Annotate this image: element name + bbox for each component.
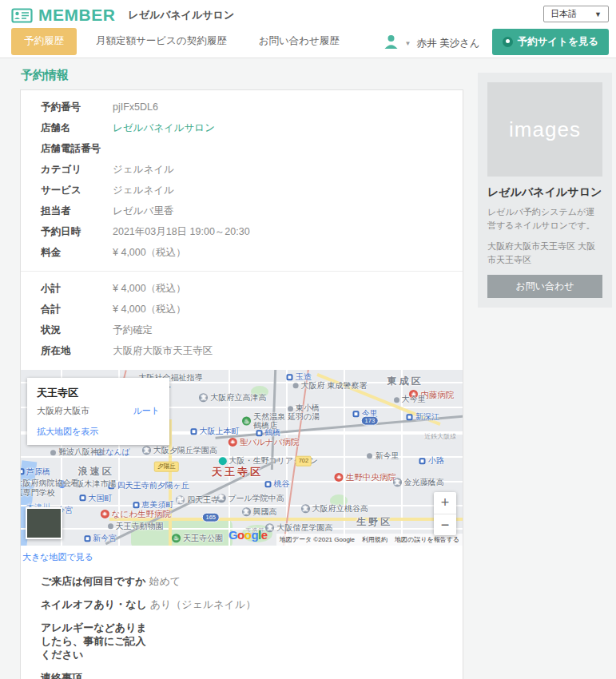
field-row: 担当者レゼルバ里香 <box>21 201 463 222</box>
map-label: 文プール学院中高 <box>217 494 284 503</box>
map-road-shape <box>21 505 463 506</box>
attribution-data: 地図データ ©2021 Google <box>280 535 355 544</box>
view-site-button[interactable]: 予約サイトを見る <box>492 29 609 55</box>
map-label-text: 大阪偕星学園高 <box>276 523 332 533</box>
field-value: 大阪府大阪市天王寺区 <box>113 345 213 357</box>
report-map-error-link[interactable]: 地図の誤りを報告する <box>395 535 459 544</box>
map-label-text: 大今里 <box>402 395 426 405</box>
station-pin-icon <box>407 414 413 420</box>
poi-pin-icon <box>293 383 299 388</box>
map-label-text: 金光藤蔭高 <box>404 478 444 487</box>
user-avatar-icon <box>383 34 399 54</box>
field-value: ¥ 4,000（税込） <box>113 247 186 259</box>
field-value: ¥ 4,000（税込） <box>113 283 186 295</box>
reservation-totals: 小計¥ 4,000（税込）合計¥ 4,000（税込）状況予約確定所在地大阪府大阪… <box>21 279 463 362</box>
question-label: 連絡事項 <box>41 672 82 679</box>
map-label-text: 新今宮 <box>93 534 117 543</box>
map-label: 大阪府 東成警察署 <box>293 381 368 391</box>
hospital-pin-icon: + <box>101 510 109 518</box>
map-label-text: 大阪上本町 <box>200 427 240 436</box>
map-label: 702 <box>296 456 312 467</box>
school-pin-icon: 文 <box>393 478 402 486</box>
tab[interactable]: お問い合わせ履歴 <box>246 28 352 55</box>
station-pin-icon <box>191 428 197 435</box>
field-label: 状況 <box>41 324 113 336</box>
field-value: pjIFx5DL6 <box>113 101 158 113</box>
map-label-text: 桃谷 <box>273 479 289 489</box>
brand-logo[interactable]: MEMBER <box>11 6 115 25</box>
map-label-text: なにわ生野病院 <box>112 509 171 518</box>
field-label: 担当者 <box>41 205 113 217</box>
tab[interactable]: 予約履歴 <box>11 28 77 55</box>
tab[interactable]: 月額定額サービスの契約履歴 <box>83 28 240 55</box>
shop-name: レゼルバネイルサロン <box>487 185 602 200</box>
map-label-text: 浪速区 <box>78 467 114 478</box>
map-label-text: 興國高 <box>253 507 277 517</box>
field-value: 予約確定 <box>113 324 153 336</box>
map-label-text: 小路 <box>428 457 444 467</box>
field-row: 店舗電話番号 <box>21 139 463 160</box>
map-label-text: 四天王寺 <box>187 495 219 505</box>
page: MEMBER レゼルバネイルサロン 日本語 ▼ 予約履歴月額定額サービスの契約履… <box>0 0 616 679</box>
school-pin-icon: 文 <box>142 447 151 455</box>
map-label-text: 天王寺動物園 <box>116 522 164 531</box>
language-selector[interactable]: 日本語 ▼ <box>543 6 609 22</box>
member-card-icon <box>11 8 33 23</box>
field-value: ジェルネイル <box>113 164 174 176</box>
map-info-window: 天王寺区 大阪府大阪市 ルート 拡大地図を表示 <box>27 378 169 445</box>
field-label: 店舗名 <box>41 122 113 134</box>
field-row: 状況予約確定 <box>21 320 463 341</box>
terms-link[interactable]: 利用規約 <box>362 535 387 544</box>
map-label: 天王寺動物園 <box>108 522 164 531</box>
map-label: ♨天然温泉 延羽の湯 鶴橋店 <box>242 411 320 430</box>
field-value[interactable]: レゼルバネイルサロン <box>113 122 215 134</box>
field-value: レゼルバ里香 <box>113 205 173 217</box>
enlarge-map-link[interactable]: 拡大地図を表示 <box>37 426 98 438</box>
question-value: あり（ジェルネイル） <box>150 598 256 610</box>
zoom-out-button[interactable]: − <box>434 514 456 535</box>
map-label: 新深江 <box>407 413 439 423</box>
language-label: 日本語 <box>550 8 577 20</box>
map-label: 大国町 <box>80 494 113 503</box>
map-label: 天王寺区 <box>212 466 263 478</box>
question-label: アレルギーなどありましたら、事前にご記入ください <box>41 621 151 661</box>
station-pin-icon <box>264 481 271 487</box>
map-label-text: 玉造 <box>296 372 312 382</box>
map-label: 卍四天王寺 <box>176 495 219 505</box>
question-label: ネイルオフあり・なし <box>41 598 147 610</box>
school-pin-icon: 文 <box>242 508 251 517</box>
poi-pin-icon <box>394 397 399 403</box>
contact-button[interactable]: お問い合わせ <box>487 275 602 298</box>
info-window-subtitle: 大阪府大阪市 <box>37 405 89 417</box>
view-larger-map-link[interactable]: 大きな地図で見る <box>22 551 93 563</box>
header: MEMBER レゼルバネイルサロン 日本語 ▼ 予約履歴月額定額サービスの契約履… <box>0 0 616 58</box>
map-label-text: 新深江 <box>415 413 439 423</box>
shop-image-placeholder: images <box>487 82 602 177</box>
question-row: アレルギーなどありましたら、事前にご記入ください <box>21 616 463 666</box>
shop-image-text: images <box>509 117 581 142</box>
map-label: 文金光藤蔭高 <box>393 478 444 487</box>
map-label-text: 生野中央病院 <box>346 472 396 482</box>
site-pin-icon <box>503 37 513 47</box>
map-label-text: 難波八阪神社 <box>58 448 106 458</box>
map-label-text: 大阪夕陽丘学園高 <box>153 446 217 455</box>
fields-divider <box>21 271 463 272</box>
field-row: 小計¥ 4,000（税込） <box>21 279 463 300</box>
user-menu[interactable]: ▼ 赤井 美沙さん 予約サイトを見る <box>383 29 609 58</box>
school-pin-icon: 文 <box>301 504 310 513</box>
zoom-in-button[interactable]: + <box>434 492 456 514</box>
station-pin-icon <box>353 411 360 417</box>
poi-pin-icon <box>288 406 293 411</box>
map-canvas[interactable]: 大阪社会福祉指導センター玉造大阪府 東成警察署東成区+内藤病院文大阪府立高津高大… <box>21 370 463 546</box>
school-pin-icon: 文 <box>199 394 208 403</box>
poi-pin-icon <box>108 523 113 529</box>
map-label: 近鉄大阪線 <box>424 433 456 440</box>
map-inset-thumbnail[interactable] <box>26 507 62 539</box>
question-row: ご来店は何回目ですか始めて <box>21 570 463 593</box>
field-label: 予約番号 <box>41 101 113 113</box>
map-label-text: プール学院中高 <box>228 494 284 503</box>
google-logo: Google <box>229 528 268 542</box>
field-label: サービス <box>41 185 113 197</box>
route-link[interactable]: ルート <box>133 405 160 417</box>
map-label: +生野中央病院 <box>335 472 396 482</box>
